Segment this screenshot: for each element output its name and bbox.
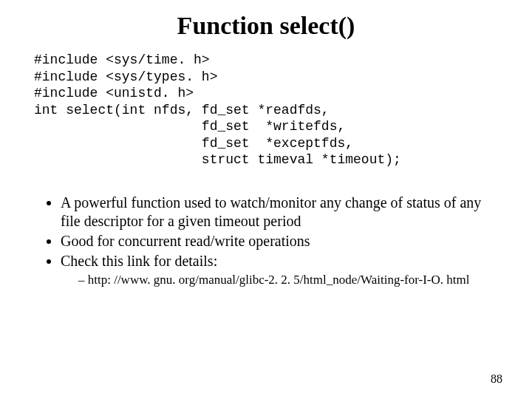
code-block: #include <sys/time. h> #include <sys/typ…: [34, 52, 504, 168]
page-title: Function select(): [28, 12, 504, 40]
list-item: Check this link for details: http: //www…: [61, 252, 504, 287]
bullet-list: A powerful function used to watch/monito…: [61, 194, 504, 287]
list-item-label: Check this link for details:: [61, 253, 217, 269]
list-item: Good for concurrent read/write operation…: [61, 232, 504, 250]
sub-list: http: //www. gnu. org/manual/glibc-2. 2.…: [78, 272, 504, 287]
page-number: 88: [491, 372, 502, 386]
slide: Function select() #include <sys/time. h>…: [0, 0, 532, 399]
sub-list-item: http: //www. gnu. org/manual/glibc-2. 2.…: [78, 272, 504, 287]
list-item: A powerful function used to watch/monito…: [61, 194, 504, 231]
